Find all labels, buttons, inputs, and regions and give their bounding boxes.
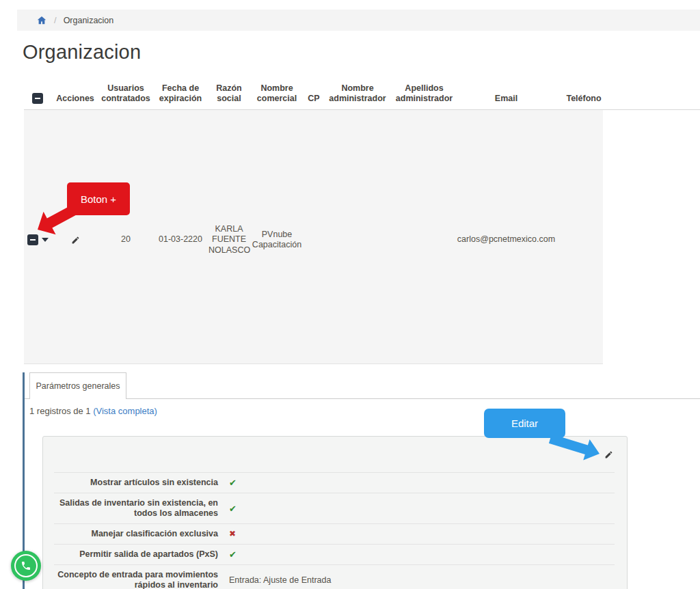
col-header-nombre-comercial[interactable]: Nombre comercial <box>250 83 304 108</box>
param-row: Mostrar artículos sin existencia ✔ <box>54 473 615 493</box>
cell-usuarios-contratados: 20 <box>99 234 152 245</box>
home-icon[interactable] <box>36 15 47 25</box>
col-header-razon-social[interactable]: Razón social <box>208 83 250 108</box>
check-icon: ✔ <box>229 504 237 514</box>
check-icon: ✔ <box>229 478 237 488</box>
records-summary: 1 registros de 1 (Vista completa) <box>29 406 157 416</box>
param-label: Permitir salida de apartados (PxS) <box>54 549 218 560</box>
col-header-nombre-administrador[interactable]: Nombre administrador <box>323 83 392 108</box>
records-count: 1 registros de 1 <box>29 406 93 416</box>
col-header-telefono[interactable]: Teléfono <box>556 94 612 108</box>
breadcrumb: / Organizacion <box>17 10 700 31</box>
cell-fecha-expiracion: 01-03-2220 <box>152 234 208 245</box>
cell-nombre-comercial: PVnube Capacitación <box>250 230 304 251</box>
whatsapp-ring <box>14 554 38 577</box>
param-label: Mostrar artículos sin existencia <box>54 478 218 488</box>
panel-toolbar <box>54 437 615 473</box>
tab-parametros-generales[interactable]: Parámetros generales <box>29 372 126 399</box>
param-row: Permitir salida de apartados (PxS) ✔ <box>54 545 615 565</box>
col-header-usuarios-contratados[interactable]: Usuarios contratados <box>99 83 152 108</box>
param-row: Salidas de inventario sin existencia, en… <box>54 493 615 524</box>
cell-email: carlos@pcnetmexico.com <box>457 234 556 245</box>
param-label: Manejar clasificación exclusiva <box>54 529 218 539</box>
table-header: Acciones Usuarios contratados Fecha de e… <box>24 77 612 108</box>
param-row: Manejar clasificación exclusiva ✖ <box>54 524 615 545</box>
col-header-fecha-expiracion[interactable]: Fecha de expiración <box>152 83 208 108</box>
param-row: Concepto de entrada para movimientos ráp… <box>54 565 615 589</box>
page-title: Organizacion <box>23 41 141 64</box>
parametros-panel: Mostrar artículos sin existencia ✔ Salid… <box>42 436 628 589</box>
param-value-text: Entrada: Ajuste de Entrada <box>229 575 331 586</box>
phone-icon <box>21 560 31 571</box>
col-header-acciones[interactable]: Acciones <box>51 94 99 108</box>
col-header-email[interactable]: Email <box>457 94 556 108</box>
whatsapp-button[interactable] <box>11 551 41 581</box>
organizacion-page: / Organizacion Organizacion Acciones Usu… <box>0 0 700 589</box>
breadcrumb-current: Organizacion <box>64 16 114 25</box>
editar-callout: Editar <box>484 409 565 438</box>
col-header-apellidos-administrador[interactable]: Apellidos administrador <box>392 83 457 108</box>
boton-plus-callout: Boton + <box>67 182 130 215</box>
collapse-all-button[interactable] <box>24 93 51 108</box>
vista-completa-link[interactable]: (Vista completa) <box>93 406 157 416</box>
table-row: 20 01-03-2220 KARLA FUENTE NOLASCO PVnub… <box>24 218 612 262</box>
param-label: Salidas de inventario sin existencia, en… <box>54 498 218 519</box>
col-header-cp[interactable]: CP <box>304 94 323 108</box>
table-body: 20 01-03-2220 KARLA FUENTE NOLASCO PVnub… <box>24 110 603 364</box>
param-label: Concepto de entrada para movimientos ráp… <box>54 570 218 589</box>
check-icon: ✔ <box>229 549 237 560</box>
minus-square-icon <box>32 93 43 104</box>
cell-razon-social: KARLA FUENTE NOLASCO <box>208 224 250 256</box>
breadcrumb-separator: / <box>54 15 57 25</box>
cross-icon: ✖ <box>229 529 236 539</box>
